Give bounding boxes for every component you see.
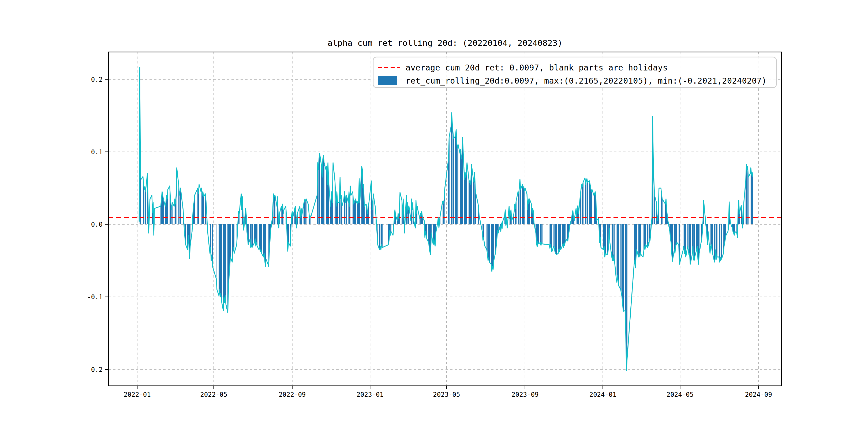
bar — [457, 148, 458, 224]
bar — [579, 214, 579, 224]
x-tick-label: 2024-05 — [666, 391, 693, 398]
bar — [360, 203, 360, 224]
bar — [327, 185, 328, 224]
bar — [560, 224, 561, 250]
bar — [179, 195, 180, 224]
bar — [358, 201, 358, 224]
bar — [188, 224, 189, 235]
bar — [537, 224, 538, 242]
bar — [180, 192, 180, 224]
bar — [351, 195, 351, 224]
x-tick-label: 2022-05 — [200, 391, 227, 398]
bar — [752, 177, 753, 224]
bar — [332, 203, 333, 224]
bar — [541, 224, 542, 243]
bar — [491, 224, 492, 264]
bar — [583, 182, 583, 224]
bar — [694, 224, 695, 257]
bar — [634, 224, 635, 260]
bar — [559, 224, 559, 249]
bar — [212, 224, 212, 255]
bar — [201, 192, 201, 224]
bar — [683, 224, 683, 250]
bar — [152, 213, 153, 224]
bar — [349, 206, 350, 224]
bar — [619, 224, 619, 286]
bar — [305, 199, 305, 224]
bar — [252, 224, 253, 246]
bar — [747, 170, 747, 224]
bar — [397, 221, 398, 224]
bar — [425, 224, 426, 231]
bar — [711, 224, 711, 246]
bar — [627, 224, 627, 359]
bar — [462, 155, 462, 224]
bar — [465, 172, 465, 224]
bar — [684, 224, 684, 246]
bar — [662, 199, 662, 224]
bar — [163, 199, 164, 224]
bar — [596, 221, 597, 224]
bar — [649, 224, 650, 239]
bar — [470, 185, 471, 224]
bar — [354, 203, 355, 224]
bar — [739, 214, 740, 224]
bar — [162, 195, 163, 224]
bar — [391, 224, 392, 231]
bar — [256, 224, 257, 243]
bar — [324, 163, 324, 224]
bar — [221, 224, 222, 300]
bar — [458, 145, 458, 224]
y-tick-label: -0.2 — [87, 366, 103, 373]
bar — [560, 224, 560, 248]
bar — [679, 224, 679, 245]
bar — [590, 188, 591, 224]
bar — [634, 224, 634, 264]
bar — [589, 181, 590, 224]
legend-avg-label: average cum 20d ret: 0.0097, blank parts… — [406, 63, 668, 72]
bar — [540, 224, 540, 243]
bar — [641, 224, 641, 255]
bar — [411, 221, 411, 224]
bar — [750, 174, 750, 224]
bar — [540, 224, 541, 245]
bar — [261, 224, 262, 253]
bar — [143, 185, 144, 224]
y-tick-label: -0.1 — [87, 293, 103, 301]
bar — [674, 224, 675, 250]
bar — [720, 224, 720, 260]
bar — [358, 203, 359, 224]
bar — [348, 203, 348, 224]
bar — [565, 224, 565, 242]
bar — [552, 224, 552, 252]
bar — [319, 153, 320, 224]
bar — [735, 224, 735, 231]
bar — [216, 224, 216, 279]
bar — [587, 182, 588, 224]
bar — [582, 185, 582, 224]
bar — [452, 113, 452, 224]
bar — [529, 204, 529, 224]
bar — [555, 224, 555, 252]
bar — [357, 204, 358, 224]
bar — [591, 192, 591, 224]
bar — [451, 126, 452, 224]
bar — [230, 224, 231, 257]
bar — [594, 194, 595, 224]
bar — [292, 217, 293, 224]
bar — [708, 224, 708, 231]
bar — [259, 224, 260, 246]
bar — [623, 224, 623, 311]
bar — [301, 216, 302, 224]
legend-bar-swatch — [378, 76, 397, 85]
bar — [687, 224, 688, 246]
bar — [726, 224, 726, 235]
bar — [636, 224, 637, 250]
bar — [620, 224, 621, 289]
bar — [603, 224, 604, 250]
bar — [250, 224, 250, 239]
bar — [665, 204, 666, 224]
bar — [353, 204, 353, 224]
bar — [275, 195, 275, 224]
bar — [475, 194, 476, 224]
